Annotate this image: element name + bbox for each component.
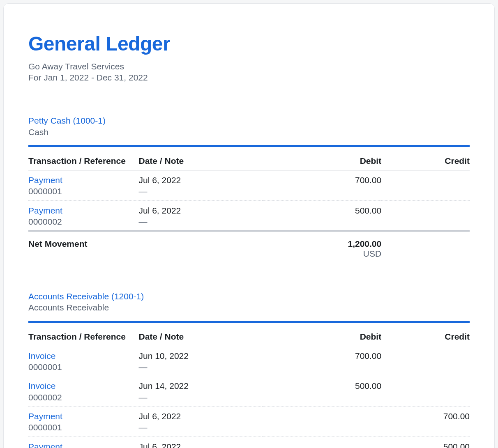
report-title: General Ledger	[28, 33, 470, 55]
table-row: Payment0000001Jul 6, 2022—700.00	[28, 170, 470, 200]
account-type: Cash	[28, 126, 470, 138]
transaction-link[interactable]: Payment	[28, 442, 62, 448]
debit-cell: 700.00	[262, 170, 381, 200]
column-header-credit: Credit	[381, 332, 470, 346]
transaction-reference: 0000002	[28, 216, 139, 227]
credit-cell: 700.00	[381, 406, 470, 437]
net-movement-currency: USD	[262, 249, 381, 259]
ledger-table: Transaction / ReferenceDate / NoteDebitC…	[28, 156, 470, 230]
column-header-date: Date / Note	[139, 332, 263, 346]
transaction-note: —	[139, 186, 263, 197]
table-row: Payment0000002Jul 6, 2022—500.00	[28, 200, 470, 230]
section-divider	[28, 321, 470, 323]
transaction-date: Jul 6, 2022	[139, 411, 181, 421]
transaction-note: —	[139, 361, 263, 372]
transaction-note: —	[139, 422, 263, 433]
transaction-date: Jul 6, 2022	[139, 206, 181, 215]
report-page: General Ledger Go Away Travel Services F…	[3, 3, 495, 448]
debit-cell	[262, 406, 381, 437]
transaction-link[interactable]: Payment	[28, 175, 62, 185]
column-header-transaction: Transaction / Reference	[28, 332, 139, 346]
credit-cell	[381, 346, 470, 376]
transaction-date: Jun 10, 2022	[139, 351, 189, 361]
debit-cell: 500.00	[262, 376, 381, 407]
credit-cell	[381, 170, 470, 200]
account-section: Petty Cash (1000-1)CashTransaction / Ref…	[28, 115, 470, 259]
section-divider	[28, 145, 470, 147]
debit-cell: 500.00	[262, 200, 381, 230]
column-header-debit: Debit	[262, 156, 381, 170]
column-header-credit: Credit	[381, 156, 470, 170]
account-link[interactable]: Accounts Receivable (1200-1)	[28, 291, 144, 302]
net-movement-amount: 1,200.00	[348, 239, 381, 248]
credit-cell	[381, 200, 470, 230]
column-header-date: Date / Note	[139, 156, 263, 170]
account-section: Accounts Receivable (1200-1)Accounts Rec…	[28, 291, 470, 448]
account-link[interactable]: Petty Cash (1000-1)	[28, 115, 106, 126]
transaction-reference: 0000001	[28, 422, 139, 433]
transaction-reference: 0000002	[28, 392, 139, 403]
table-row: Payment0000001Jul 6, 2022—700.00	[28, 406, 470, 437]
column-header-debit: Debit	[262, 332, 381, 346]
transaction-link[interactable]: Payment	[28, 206, 62, 215]
net-movement-label: Net Movement	[28, 239, 262, 259]
transaction-note: —	[139, 216, 263, 227]
credit-cell: 500.00	[381, 437, 470, 448]
transaction-note: —	[139, 392, 263, 403]
company-name: Go Away Travel Services	[28, 61, 470, 72]
transaction-date: Jul 6, 2022	[139, 442, 181, 448]
transaction-reference: 0000001	[28, 186, 139, 197]
ledger-table: Transaction / ReferenceDate / NoteDebitC…	[28, 332, 470, 448]
table-row: Payment0000002Jul 6, 2022—500.00	[28, 437, 470, 448]
transaction-date: Jul 6, 2022	[139, 175, 181, 185]
date-range: For Jan 1, 2022 - Dec 31, 2022	[28, 72, 470, 83]
table-row: Invoice0000001Jun 10, 2022—700.00	[28, 346, 470, 376]
transaction-link[interactable]: Payment	[28, 411, 62, 421]
transaction-reference: 0000001	[28, 361, 139, 372]
net-movement-row: Net Movement1,200.00USD	[28, 230, 470, 259]
table-row: Invoice0000002Jun 14, 2022—500.00	[28, 376, 470, 407]
credit-cell	[381, 376, 470, 407]
transaction-link[interactable]: Invoice	[28, 381, 56, 391]
transaction-link[interactable]: Invoice	[28, 351, 56, 361]
transaction-date: Jun 14, 2022	[139, 381, 189, 391]
debit-cell	[262, 437, 381, 448]
column-header-transaction: Transaction / Reference	[28, 156, 139, 170]
debit-cell: 700.00	[262, 346, 381, 376]
account-type: Accounts Receivable	[28, 302, 470, 313]
